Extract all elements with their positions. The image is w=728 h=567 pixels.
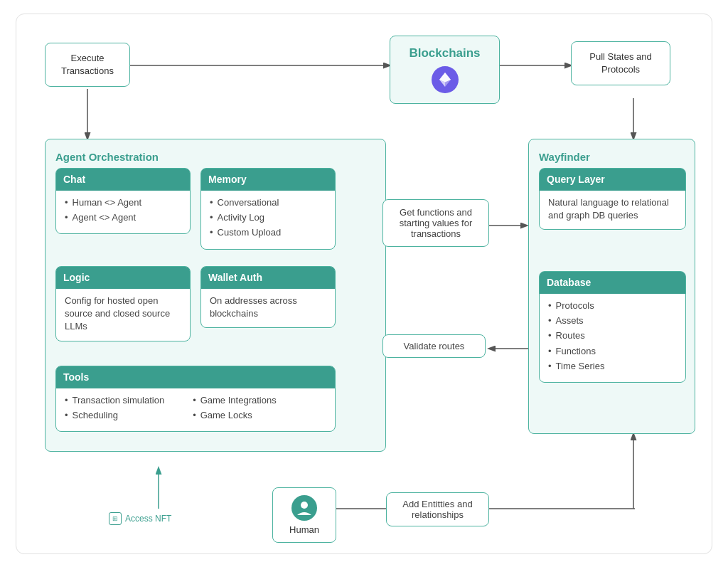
get-functions-box: Get functions and starting values for tr… (382, 199, 489, 247)
validate-routes-label: Validate routes (404, 341, 465, 351)
diagram-container: Execute Transactions Blockchains Pull St… (16, 14, 712, 554)
query-layer-box: Query Layer Natural language to relation… (539, 168, 686, 230)
wayfinder-section: Wayfinder Query Layer Natural language t… (528, 139, 695, 434)
blockchains-box: Blockchains (390, 36, 500, 104)
db-item-3: Routes (548, 329, 677, 342)
chat-item-2: Agent <> Agent (65, 211, 181, 224)
db-item-2: Assets (548, 314, 677, 327)
tools-item-3: Game Integrations (193, 394, 277, 407)
agent-orchestration-title: Agent Orchestration (55, 149, 375, 164)
chat-header: Chat (56, 169, 190, 191)
memory-item-3: Custom Upload (210, 226, 326, 239)
add-entities-label: Add Entitties and relationships (402, 499, 472, 520)
db-item-4: Functions (548, 345, 677, 358)
wallet-auth-box: Wallet Auth On addresses across blockcha… (200, 266, 336, 329)
blockchain-title: Blockchains (402, 46, 488, 60)
db-item-5: Time Series (548, 360, 677, 373)
pull-states-box: Pull States and Protocols (571, 41, 670, 85)
query-layer-header: Query Layer (540, 169, 685, 191)
memory-item-1: Conversational (210, 196, 326, 209)
human-label: Human (284, 524, 324, 535)
logic-box: Logic Config for hosted open source and … (55, 266, 191, 341)
validate-routes-box: Validate routes (382, 334, 486, 358)
human-icon (291, 495, 317, 521)
access-nft-label: Access NFT (125, 514, 171, 524)
memory-item-2: Activity Log (210, 211, 326, 224)
database-box: Database Protocols Assets Routes Functio… (539, 271, 686, 383)
add-entities-box: Add Entitties and relationships (386, 492, 489, 526)
access-nft-icon: ⊞ (109, 512, 122, 525)
query-layer-body: Natural language to relational and graph… (548, 196, 677, 222)
execute-transactions-label: Execute Transactions (61, 53, 114, 76)
db-item-1: Protocols (548, 300, 677, 312)
database-header: Database (540, 272, 685, 295)
tools-item-1: Transaction simulation (65, 394, 164, 407)
tools-box: Tools Transaction simulation Scheduling … (55, 366, 336, 433)
pull-states-label: Pull States and Protocols (589, 51, 651, 75)
access-nft: ⊞ Access NFT (109, 512, 171, 525)
wallet-auth-header: Wallet Auth (201, 267, 335, 290)
tools-header: Tools (56, 366, 335, 389)
tools-item-4: Game Locks (193, 409, 277, 422)
svg-point-18 (301, 502, 308, 509)
chat-item-1: Human <> Agent (65, 196, 181, 209)
memory-header: Memory (201, 169, 335, 191)
execute-transactions-box: Execute Transactions (45, 43, 130, 87)
get-functions-label: Get functions and starting values for tr… (400, 207, 473, 239)
agent-orchestration-section: Agent Orchestration Chat Human <> Agent … (45, 139, 386, 452)
tools-item-2: Scheduling (65, 409, 164, 422)
chat-box: Chat Human <> Agent Agent <> Agent (55, 168, 191, 235)
wayfinder-title: Wayfinder (539, 149, 685, 164)
eth-icon (432, 66, 459, 93)
logic-header: Logic (56, 267, 190, 290)
logic-body: Config for hosted open source and closed… (65, 295, 181, 334)
wallet-auth-body: On addresses across blockchains (210, 295, 326, 320)
human-box: Human (272, 487, 336, 543)
memory-box: Memory Conversational Activity Log Custo… (200, 168, 336, 250)
